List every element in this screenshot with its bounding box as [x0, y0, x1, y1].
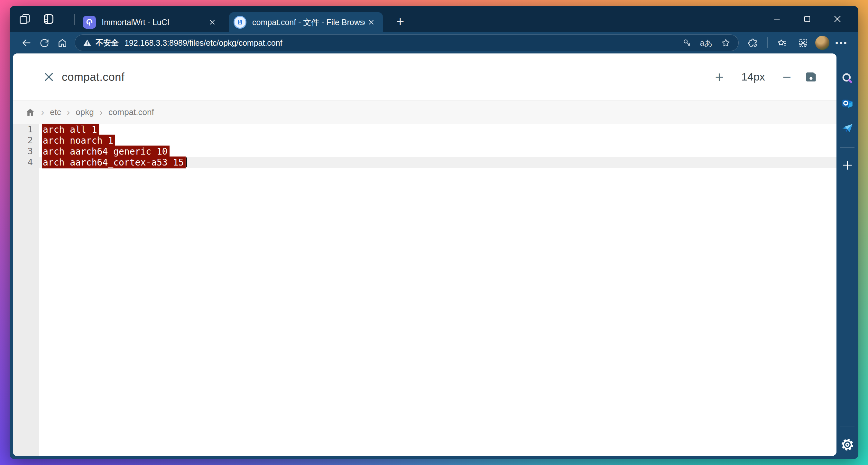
maximize-button[interactable]: [792, 6, 822, 32]
filebrowser-page: compat.conf + 14px −: [13, 54, 836, 456]
new-tab-button[interactable]: +: [393, 14, 408, 30]
close-editor-icon[interactable]: [40, 68, 58, 86]
line-number: 1: [13, 124, 39, 135]
editor-header: compat.conf + 14px −: [13, 54, 836, 100]
breadcrumb-separator: ›: [100, 107, 103, 118]
code-line[interactable]: 1 arch all 1: [13, 124, 836, 135]
selected-text: arch aarch64_generic 10: [42, 146, 169, 157]
translate-icon[interactable]: aあ: [700, 38, 713, 48]
address-bar[interactable]: 不安全 192.168.3.3:8989/files/etc/opkg/comp…: [75, 34, 739, 51]
filebrowser-favicon: [234, 16, 246, 29]
breadcrumb: › etc › opkg › compat.conf: [13, 100, 836, 124]
line-number-gutter: [13, 124, 39, 456]
sidebar-search-icon[interactable]: [841, 71, 854, 85]
save-button[interactable]: [802, 68, 820, 86]
profile-avatar[interactable]: [815, 36, 829, 50]
font-decrease-button[interactable]: −: [778, 68, 796, 86]
favorites-hub-icon[interactable]: [773, 34, 791, 52]
font-size-value: 14px: [734, 70, 772, 83]
screenshot-snip-icon[interactable]: [794, 34, 812, 52]
font-increase-button[interactable]: +: [710, 68, 728, 86]
sidebar-drop-icon[interactable]: [841, 122, 854, 135]
browser-toolbar: 不安全 192.168.3.3:8989/files/etc/opkg/comp…: [10, 32, 858, 54]
code-line[interactable]: 3 arch aarch64_generic 10: [13, 146, 836, 157]
url-text[interactable]: 192.168.3.3:8989/files/etc/opkg/compat.c…: [125, 38, 677, 48]
refresh-icon[interactable]: [35, 34, 53, 52]
immortalwrt-favicon: [83, 16, 96, 29]
home-breadcrumb-icon[interactable]: [25, 107, 35, 118]
file-title: compat.conf: [62, 70, 125, 83]
workspaces-icon[interactable]: [42, 13, 55, 25]
extensions-puzzle-icon[interactable]: [744, 34, 762, 52]
line-number: 3: [13, 146, 39, 157]
code-line-current[interactable]: 4 arch aarch64_cortex-a53 15: [13, 157, 836, 168]
tab-title: compat.conf - 文件 - File Browser: [252, 17, 365, 28]
sidebar-divider: [840, 147, 855, 147]
security-label[interactable]: 不安全: [96, 38, 119, 48]
tabstrip-divider: [74, 14, 75, 25]
tab-title: ImmortalWrt - LuCI: [102, 18, 206, 27]
selected-text: arch all 1: [42, 124, 99, 136]
selected-text: arch aarch64_cortex-a53 15: [42, 156, 186, 168]
text-cursor: [186, 157, 187, 167]
not-secure-warning-icon: [83, 38, 92, 47]
desktop-wallpaper: ImmortalWrt - LuCI compat: [0, 0, 868, 465]
tab-close-icon[interactable]: [206, 16, 219, 29]
home-icon[interactable]: [53, 34, 71, 52]
breadcrumb-separator: ›: [41, 107, 44, 118]
code-editor[interactable]: 1 arch all 1 2 arch noarch 1 3 arch aarc…: [13, 124, 836, 456]
tab-strip: ImmortalWrt - LuCI compat: [10, 6, 858, 32]
minimize-button[interactable]: [762, 6, 792, 32]
sidebar-divider: [840, 426, 855, 426]
sidebar-outlook-icon[interactable]: [841, 96, 854, 110]
back-icon[interactable]: [18, 34, 35, 52]
breadcrumb-item-file[interactable]: compat.conf: [108, 107, 154, 117]
window-controls: [762, 6, 852, 32]
tab-actions-icon[interactable]: [19, 13, 31, 25]
settings-more-icon[interactable]: •••: [833, 34, 850, 52]
sidebar-add-icon[interactable]: [841, 159, 854, 171]
tab-immortalwrt[interactable]: ImmortalWrt - LuCI: [79, 12, 224, 32]
tab-filebrowser[interactable]: compat.conf - 文件 - File Browser: [229, 12, 383, 32]
breadcrumb-item-etc[interactable]: etc: [50, 107, 61, 117]
selected-text: arch noarch 1: [42, 135, 115, 147]
browser-window: ImmortalWrt - LuCI compat: [10, 6, 858, 459]
sidebar-settings-gear-icon[interactable]: [841, 438, 854, 452]
breadcrumb-item-opkg[interactable]: opkg: [75, 107, 94, 117]
breadcrumb-separator: ›: [67, 107, 70, 118]
code-line[interactable]: 2 arch noarch 1: [13, 135, 836, 146]
tab-close-icon[interactable]: [365, 16, 378, 29]
password-key-icon[interactable]: [682, 38, 692, 48]
edge-sidebar: [836, 54, 858, 459]
favorite-star-icon[interactable]: [721, 38, 731, 48]
toolbar-divider: [767, 37, 768, 48]
close-window-button[interactable]: [822, 6, 852, 32]
line-number: 2: [13, 135, 39, 146]
line-number: 4: [13, 157, 39, 168]
